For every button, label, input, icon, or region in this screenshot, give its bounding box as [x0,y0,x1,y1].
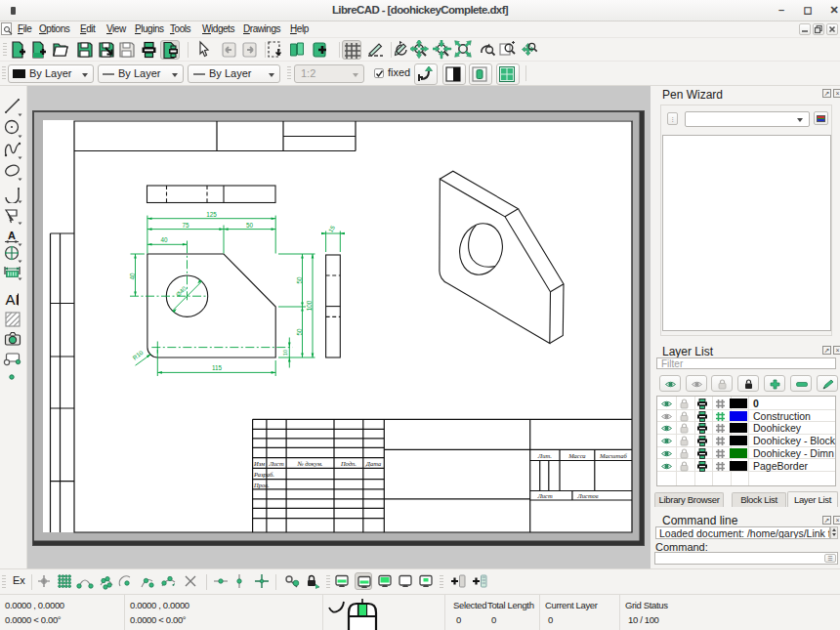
svg-text:10: 10 [282,350,288,356]
svg-text:Масса: Масса [567,452,585,459]
svg-text:Пров.: Пров. [253,482,270,488]
svg-text:40: 40 [129,273,136,280]
svg-text:125: 125 [206,211,217,218]
svg-text:Лит.: Лит. [537,452,552,459]
svg-text:100: 100 [306,300,313,311]
svg-text:№ докум.: № докум. [297,460,323,467]
svg-text:50: 50 [296,328,303,336]
svg-text:40: 40 [160,236,168,243]
svg-text:115: 115 [212,364,223,371]
svg-text:Дата: Дата [365,460,381,467]
svg-text:Изм: Изм [253,460,265,467]
svg-text:Лист: Лист [268,460,284,467]
svg-text:Листов: Листов [576,492,598,499]
svg-text:Подп.: Подп. [340,460,357,467]
svg-text:Масштаб: Масштаб [599,452,627,459]
svg-text:Лист: Лист [536,492,553,499]
svg-text:50: 50 [296,276,303,284]
svg-text:A: A [8,230,16,241]
svg-text:Разраб.: Разраб. [253,471,274,478]
svg-text:75: 75 [182,222,189,229]
svg-text:AI: AI [5,291,19,308]
svg-text:50: 50 [246,222,254,229]
